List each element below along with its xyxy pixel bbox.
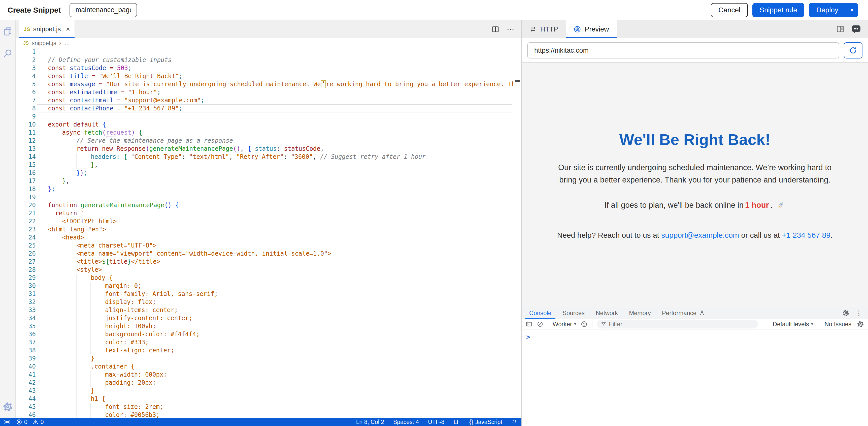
code-line-45[interactable]: 45 font-size: 2rem; — [16, 403, 521, 411]
deploy-button[interactable]: Deploy — [809, 6, 846, 14]
code-line-1[interactable]: 1 — [16, 48, 521, 56]
devtools-settings-gear-icon[interactable] — [842, 310, 849, 317]
eol-sequence[interactable]: LF — [454, 419, 460, 426]
bell-icon[interactable] — [511, 419, 517, 425]
code-line-14[interactable]: 14 headers: { "Content-Type": "text/html… — [16, 153, 521, 161]
indentation[interactable]: Spaces: 4 — [393, 419, 419, 426]
code-line-27[interactable]: 27 <title>${title}</title> — [16, 258, 521, 266]
console-output[interactable]: > — [522, 330, 868, 426]
code-line-41[interactable]: 41 max-width: 600px; — [16, 371, 521, 379]
code-line-23[interactable]: 23<html lang="en"> — [16, 225, 521, 233]
default-levels-dropdown[interactable]: Default levels▾ — [773, 321, 813, 328]
code-line-34[interactable]: 34 justify-content: center; — [16, 314, 521, 322]
code-line-36[interactable]: 36 background-color: #f4f4f4; — [16, 330, 521, 338]
language-mode[interactable]: {} JavaScript — [469, 419, 502, 426]
code-editor[interactable]: 12// Define your customizable inputs3con… — [16, 48, 521, 418]
line-number: 42 — [16, 379, 48, 387]
support-email-link[interactable]: support@example.com — [661, 231, 739, 239]
discord-icon[interactable] — [851, 25, 861, 33]
docs-book-icon[interactable] — [836, 25, 845, 34]
devtools-kebab-icon[interactable]: ⋮ — [856, 309, 863, 317]
remote-icon[interactable]: >< — [4, 419, 9, 426]
support-phone-link[interactable]: +1 234 567 89 — [782, 231, 831, 239]
code-line-37[interactable]: 37 color: #333; — [16, 338, 521, 346]
code-line-15[interactable]: 15 }, — [16, 161, 521, 169]
editor-scrollbar[interactable] — [514, 48, 521, 418]
preview-url-input[interactable] — [527, 42, 839, 58]
code-line-30[interactable]: 30 margin: 0; — [16, 282, 521, 290]
code-line-4[interactable]: 4const title = "We'll Be Right Back!"; — [16, 72, 521, 80]
code-line-33[interactable]: 33 align-items: center; — [16, 306, 521, 314]
code-line-6[interactable]: 6const estimatedTime = "1 hour"; — [16, 88, 521, 96]
code-line-40[interactable]: 40 .container { — [16, 363, 521, 371]
code-line-8[interactable]: 8const contactPhone = "+1 234 567 89"; — [16, 104, 521, 112]
encoding[interactable]: UTF-8 — [428, 419, 444, 426]
refresh-button[interactable] — [844, 42, 863, 58]
devtools-tab-console[interactable]: Console — [524, 307, 557, 319]
clear-console-icon[interactable] — [537, 321, 543, 328]
search-icon[interactable] — [3, 48, 13, 58]
code-line-43[interactable]: 43 } — [16, 387, 521, 395]
code-line-7[interactable]: 7const contactEmail = "support@example.c… — [16, 96, 521, 104]
code-line-10[interactable]: 10export default { — [16, 120, 521, 129]
cancel-button[interactable]: Cancel — [711, 3, 748, 17]
filter-input[interactable] — [609, 321, 754, 328]
code-line-46[interactable]: 46 color: #0056b3; — [16, 411, 521, 418]
console-prompt[interactable]: > — [526, 333, 530, 341]
code-line-9[interactable]: 9 — [16, 112, 521, 120]
devtools-tab-network[interactable]: Network — [590, 307, 623, 319]
code-line-32[interactable]: 32 display: flex; — [16, 298, 521, 306]
code-line-38[interactable]: 38 text-align: center; — [16, 346, 521, 354]
watch-eye-icon[interactable] — [581, 321, 588, 328]
code-line-11[interactable]: 11 async fetch(request) { — [16, 129, 521, 137]
code-line-20[interactable]: 20function generateMaintenancePage() { — [16, 201, 521, 209]
code-line-13[interactable]: 13 return new Response(generateMaintenan… — [16, 145, 521, 153]
code-line-42[interactable]: 42 padding: 20px; — [16, 379, 521, 387]
files-icon[interactable] — [3, 26, 13, 36]
tab-preview[interactable]: Preview — [566, 20, 617, 38]
code-line-24[interactable]: 24 <head> — [16, 233, 521, 242]
breadcrumb[interactable]: JS snippet.js › … — [16, 38, 521, 48]
code-line-3[interactable]: 3const statusCode = 503; — [16, 64, 521, 72]
split-editor-icon[interactable] — [492, 25, 499, 33]
code-line-5[interactable]: 5const message = "Our site is currently … — [16, 80, 521, 88]
code-line-21[interactable]: 21 return ` — [16, 209, 521, 217]
code-line-16[interactable]: 16 }); — [16, 169, 521, 177]
breadcrumb-file[interactable]: snippet.js — [32, 40, 56, 47]
code-line-19[interactable]: 19 — [16, 193, 521, 201]
code-line-39[interactable]: 39 } — [16, 354, 521, 363]
tab-http[interactable]: HTTP — [522, 20, 566, 38]
settings-gear-icon[interactable] — [3, 402, 13, 412]
breadcrumb-more[interactable]: … — [64, 40, 70, 47]
deploy-caret-button[interactable]: ▾ — [846, 7, 858, 13]
devtools-tab-sources[interactable]: Sources — [557, 307, 590, 319]
code-line-28[interactable]: 28 <style> — [16, 266, 521, 274]
code-line-17[interactable]: 17 }, — [16, 177, 521, 185]
issues-counter[interactable]: No Issues — [825, 321, 851, 328]
line-number: 30 — [16, 282, 48, 290]
code-line-25[interactable]: 25 <meta charset="UTF-8"> — [16, 242, 521, 250]
context-selector[interactable]: Worker▾ — [553, 321, 576, 328]
snippet-name-input[interactable] — [69, 3, 137, 17]
devtools-tab-performance[interactable]: Performance — [656, 307, 711, 319]
panel-toggle-icon[interactable] — [526, 321, 532, 328]
toolbar-divider — [592, 321, 592, 328]
cursor-position[interactable]: Ln 8, Col 2 — [356, 419, 384, 426]
code-line-29[interactable]: 29 body { — [16, 274, 521, 282]
snippet-rule-button[interactable]: Snippet rule — [752, 3, 804, 17]
console-filter[interactable] — [597, 320, 758, 329]
close-tab-icon[interactable]: × — [66, 25, 70, 33]
more-actions-icon[interactable]: ⋯ — [507, 25, 515, 33]
code-line-31[interactable]: 31 font-family: Arial, sans-serif; — [16, 290, 521, 298]
devtools-tab-memory[interactable]: Memory — [623, 307, 656, 319]
code-line-22[interactable]: 22 <!DOCTYPE html> — [16, 217, 521, 225]
code-line-12[interactable]: 12 // Serve the maintenance page as a re… — [16, 137, 521, 145]
code-line-18[interactable]: 18}; — [16, 185, 521, 193]
code-line-26[interactable]: 26 <meta name="viewport" content="width=… — [16, 250, 521, 258]
console-settings-gear-icon[interactable] — [857, 321, 864, 328]
code-line-35[interactable]: 35 height: 100vh; — [16, 322, 521, 330]
code-line-44[interactable]: 44 h1 { — [16, 395, 521, 403]
code-line-2[interactable]: 2// Define your customizable inputs — [16, 56, 521, 64]
problems-indicator[interactable]: 0 0 — [16, 419, 44, 426]
tab-snippet-js[interactable]: JS snippet.js × — [19, 20, 75, 38]
